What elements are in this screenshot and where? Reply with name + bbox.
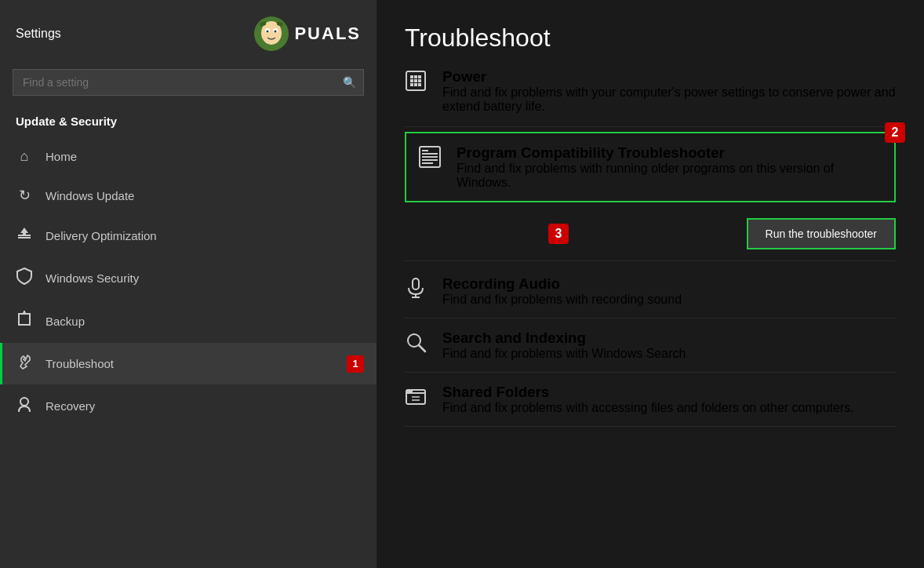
svg-rect-29 [422,159,438,161]
badge-2: 2 [885,122,905,143]
sidebar-item-delivery-optimization[interactable]: Delivery Optimization [0,215,377,257]
recording-audio-text: Recording Audio Find and fix problems wi… [442,275,682,307]
recording-audio-title: Recording Audio [442,275,682,293]
power-description: Find and fix problems with your computer… [442,86,896,114]
search-indexing-icon [405,330,427,356]
svg-rect-26 [422,150,428,151]
search-input[interactable] [13,69,364,96]
sidebar-item-windows-update[interactable]: ↻ Windows Update [0,176,377,215]
svg-rect-28 [422,156,438,158]
logo-area: PUALS [252,14,361,53]
svg-rect-16 [410,75,413,78]
power-icon [405,68,427,95]
svg-rect-30 [422,162,433,164]
sidebar-item-recovery[interactable]: Recovery [0,384,377,428]
svg-point-5 [275,31,277,33]
recording-audio-item[interactable]: Recording Audio Find and fix problems wi… [405,264,896,319]
power-title: Power [442,68,896,86]
sidebar-item-label: Home [45,150,77,163]
sidebar-item-label: Windows Update [45,189,134,202]
search-indexing-text: Search and Indexing Find and fix problem… [442,330,686,361]
shared-folders-title: Shared Folders [442,384,854,401]
logo-icon [252,14,291,53]
svg-rect-24 [418,83,421,86]
mic-icon [405,275,427,302]
badge-1: 1 [347,355,364,373]
compat-title: Program Compatibility Troubleshooter [457,144,882,162]
sidebar-item-home[interactable]: ⌂ Home [0,137,377,176]
sidebar-item-windows-security[interactable]: Windows Security [0,257,377,300]
svg-point-14 [20,398,28,406]
shared-folders-icon [405,384,427,410]
svg-rect-11 [19,314,30,325]
logo-text: PUALS [294,24,361,44]
sidebar-header: Settings PUALS [0,0,377,63]
run-section: 3 Run the troubleshooter [405,207,896,261]
sidebar-item-label: Backup [45,315,85,328]
svg-rect-37 [406,390,413,393]
shield-icon [16,268,33,289]
search-indexing-item[interactable]: Search and Indexing Find and fix problem… [405,319,896,373]
sidebar-item-label: Windows Security [45,271,139,285]
sidebar: Settings PUALS 🔍 Update & Security ⌂ Hom… [0,0,377,568]
recovery-icon [16,395,33,417]
svg-rect-21 [418,79,421,82]
svg-marker-13 [22,311,27,314]
sidebar-item-label: Recovery [45,399,95,413]
section-label: Update & Security [0,108,377,137]
recording-audio-description: Find and fix problems with recording sou… [442,293,682,307]
shared-folders-text: Shared Folders Find and fix problems wit… [442,384,854,415]
compat-text: Program Compatibility Troubleshooter Fin… [457,144,882,190]
search-indexing-title: Search and Indexing [442,330,686,347]
svg-rect-19 [410,79,413,82]
sidebar-item-label: Delivery Optimization [45,229,157,242]
svg-marker-10 [20,228,28,235]
svg-rect-17 [414,75,417,78]
sidebar-item-troubleshoot[interactable]: Troubleshoot 1 [0,343,377,384]
svg-rect-22 [410,83,413,86]
page-title: Troubleshoot [405,24,896,53]
home-icon: ⌂ [16,148,33,165]
power-text: Power Find and fix problems with your co… [442,68,896,114]
svg-line-35 [419,345,425,351]
shared-folders-description: Find and fix problems with accessing fil… [442,401,854,415]
shared-folders-item[interactable]: Shared Folders Find and fix problems wit… [405,373,896,427]
compat-section[interactable]: Program Compatibility Troubleshooter Fin… [405,132,896,202]
main-content: Troubleshoot Power Find [377,0,924,568]
run-troubleshooter-button[interactable]: Run the troubleshooter [747,218,896,249]
svg-rect-23 [414,83,417,86]
sidebar-item-backup[interactable]: Backup [0,300,377,343]
svg-rect-31 [413,279,419,289]
compat-icon [419,144,441,171]
refresh-icon: ↻ [16,187,33,204]
svg-rect-20 [414,79,417,82]
upload-icon [16,226,33,246]
badge-3: 3 [548,224,569,244]
sidebar-title: Settings [16,27,61,41]
power-item: Power Find and fix problems with your co… [405,68,896,127]
search-icon: 🔍 [343,76,356,89]
svg-point-4 [267,31,269,33]
wrench-icon [16,354,33,373]
svg-rect-8 [18,237,31,238]
search-box[interactable]: 🔍 [13,69,364,96]
compat-description: Find and fix problems with running older… [457,162,882,190]
sidebar-item-label: Troubleshoot [45,357,114,370]
search-indexing-description: Find and fix problems with Windows Searc… [442,347,686,361]
svg-rect-27 [422,153,438,155]
backup-icon [16,311,33,332]
svg-rect-18 [418,75,421,78]
